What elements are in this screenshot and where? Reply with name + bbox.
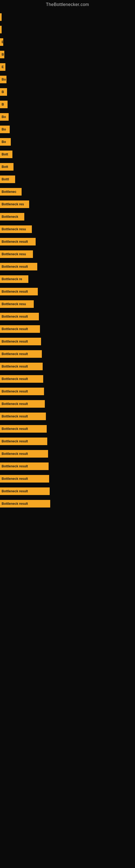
bar-label: Bottleneck resu <box>2 252 26 256</box>
bar-label: Bottleneck re <box>2 277 22 281</box>
bar: Bottleneck result <box>0 375 43 383</box>
bar: Bottleneck result <box>0 325 40 333</box>
bar-label: Bottleneck result <box>2 352 28 356</box>
bar-label: Bott <box>2 152 8 156</box>
bar: Bottl <box>0 176 15 183</box>
bars-container: EBEBoBBBoBoBoBottBottBottlBottlenecBottl… <box>0 9 135 514</box>
bar-label: Bottleneck result <box>2 240 28 244</box>
bar-row: Bottleneck result <box>0 324 135 334</box>
bar <box>0 13 2 21</box>
bar-label: Bottleneck resu <box>2 227 26 231</box>
bar-row: B <box>0 50 135 60</box>
bar-row: E <box>0 62 135 72</box>
bar: Bo <box>0 126 10 133</box>
bar: Bottleneck result <box>0 400 45 408</box>
bar-row: Bottleneck res <box>0 199 135 209</box>
bar-label: Bottleneck result <box>2 402 28 406</box>
bar <box>0 26 2 33</box>
bar-label: B <box>2 53 4 56</box>
bar-row: Bo <box>0 112 135 122</box>
bar: Bott <box>0 163 13 170</box>
bar-label: Bottleneck result <box>2 502 28 506</box>
bar: Bottleneck re <box>0 275 28 283</box>
bar-row <box>0 12 135 22</box>
bar-row: B <box>0 99 135 110</box>
bar-row <box>0 24 135 35</box>
bar: Bottleneck result <box>0 412 46 420</box>
bar-row: Bottleneck result <box>0 386 135 397</box>
bar: Bo <box>0 138 11 146</box>
bar-row: Bottleneck result <box>0 311 135 322</box>
bar-row: Bottleneck result <box>0 286 135 297</box>
bar-label: Bottleneck result <box>2 439 28 443</box>
bar-row: Bottleneck result <box>0 411 135 422</box>
bar: Bottleneck result <box>0 388 44 395</box>
bar: Bottleneck <box>0 213 24 220</box>
bar-label: Bott <box>2 165 8 169</box>
bar-row: Bottlenec <box>0 187 135 197</box>
bar-label: Bottleneck result <box>2 265 28 269</box>
bar-label: Bottl <box>2 177 9 181</box>
bar-row: Bottleneck result <box>0 486 135 496</box>
bar-row: Bottleneck resu <box>0 299 135 309</box>
bar-label: Bottleneck result <box>2 390 28 393</box>
bar-row: Bottleneck result <box>0 474 135 484</box>
bar-label: Bo <box>2 78 6 82</box>
bar: Bottleneck result <box>0 425 47 433</box>
bar-label: Bottleneck result <box>2 377 28 381</box>
bar: Bo <box>0 113 9 121</box>
bar: Bottleneck resu <box>0 250 33 258</box>
bar: Bottleneck result <box>0 475 49 483</box>
bar-row: Bottl <box>0 174 135 184</box>
bar-label: Bottleneck resu <box>2 302 26 306</box>
bar-label: Bottlenec <box>2 190 16 194</box>
bar-row: B <box>0 87 135 97</box>
bar-label: Bottleneck res <box>2 203 24 206</box>
bar: E <box>0 63 5 71</box>
bar-label: Bottleneck result <box>2 290 28 293</box>
bar-row: Bottleneck resu <box>0 224 135 235</box>
bar-row: Bottleneck result <box>0 336 135 347</box>
bar-label: Bottleneck result <box>2 477 28 480</box>
bar: Bottleneck result <box>0 288 38 296</box>
bar: Bo <box>0 76 6 83</box>
bar-row: Bottleneck <box>0 212 135 222</box>
bar-row: Bott <box>0 162 135 172</box>
bar: Bottleneck res <box>0 200 29 208</box>
bar: Bott <box>0 151 12 158</box>
bar-row: Bott <box>0 149 135 159</box>
bar-label: Bottleneck result <box>2 427 28 431</box>
bar-row: Bottleneck re <box>0 274 135 284</box>
bar-row: Bottleneck result <box>0 261 135 272</box>
bar: Bottleneck result <box>0 463 49 470</box>
bar-label: Bottleneck result <box>2 327 28 331</box>
bar-label: Bottleneck result <box>2 452 28 456</box>
bar-label: B <box>2 102 4 106</box>
bar-label: Bottleneck result <box>2 340 28 343</box>
bar: Bottleneck result <box>0 450 48 458</box>
bar: Bottleneck result <box>0 263 37 271</box>
bar: Bottleneck result <box>0 500 50 507</box>
bar-row: Bottleneck result <box>0 424 135 434</box>
bar: E <box>0 38 3 46</box>
bar-label: Bo <box>2 140 6 144</box>
bar-label: Bottleneck result <box>2 489 28 493</box>
bar: Bottleneck result <box>0 238 36 246</box>
bar: Bottleneck result <box>0 313 39 320</box>
bar: B <box>0 51 4 58</box>
bar-row: Bottleneck result <box>0 436 135 446</box>
bar-row: Bottleneck result <box>0 399 135 409</box>
bar-row: Bottleneck result <box>0 461 135 471</box>
bar-row: Bo <box>0 74 135 85</box>
bar-label: E <box>2 40 3 44</box>
bar: Bottleneck result <box>0 363 43 370</box>
bar: Bottleneck result <box>0 338 41 345</box>
bar-row: Bottleneck result <box>0 237 135 247</box>
site-title: TheBottlenecker.com <box>0 0 135 9</box>
bar-label: Bottleneck result <box>2 414 28 418</box>
bar-row: Bottleneck result <box>0 374 135 384</box>
bar-label: Bottleneck result <box>2 464 28 468</box>
bar-label: Bottleneck <box>2 215 18 219</box>
bar-label: Bo <box>2 127 6 131</box>
bar-row: Bottleneck result <box>0 448 135 459</box>
